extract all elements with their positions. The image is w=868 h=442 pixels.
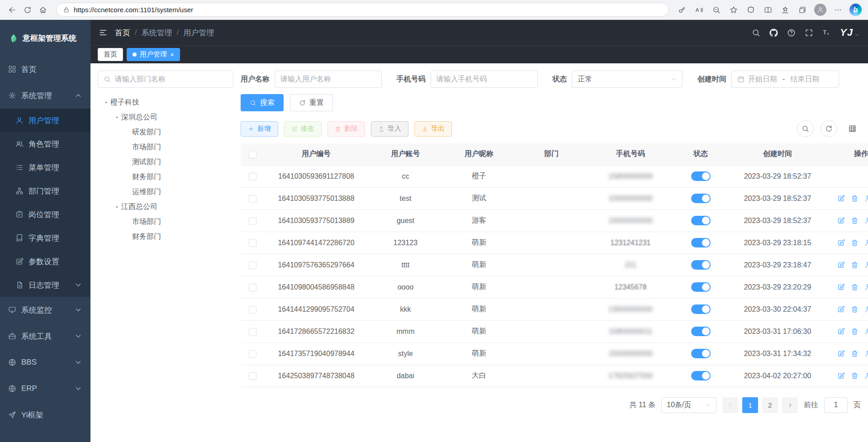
delete-row-icon[interactable] (851, 328, 859, 335)
status-toggle[interactable] (691, 282, 711, 292)
row-checkbox[interactable] (249, 350, 256, 358)
extensions-icon[interactable] (743, 2, 759, 18)
delete-button[interactable]: 删除 (327, 121, 365, 137)
delete-row-icon[interactable] (851, 283, 859, 291)
sidebar-item-日志管理[interactable]: 日志管理 (0, 273, 90, 297)
tree-node-市场部门[interactable]: 市场部门 (98, 140, 233, 155)
tree-node-深圳总公司[interactable]: 深圳总公司 (98, 110, 233, 125)
edit-row-icon[interactable] (837, 239, 845, 247)
search-button[interactable]: 搜索 (241, 94, 284, 111)
tree-node-市场部门[interactable]: 市场部门 (98, 214, 233, 229)
edit-row-icon[interactable] (837, 350, 845, 357)
row-checkbox[interactable] (249, 284, 256, 291)
row-checkbox[interactable] (249, 195, 256, 203)
status-toggle[interactable] (691, 304, 711, 314)
tree-node-财务部门[interactable]: 财务部门 (98, 229, 233, 244)
sidebar-item-Yi框架[interactable]: Yi框架 (0, 402, 90, 428)
status-toggle[interactable] (691, 260, 711, 270)
row-checkbox[interactable] (249, 239, 256, 247)
sidebar-item-系统监控[interactable]: 系统监控 (0, 297, 90, 323)
sidebar-item-首页[interactable]: 首页 (0, 56, 90, 82)
tree-node-橙子科技[interactable]: 橙子科技 (98, 95, 233, 110)
refresh-table-button[interactable] (821, 120, 837, 137)
password-manager-icon[interactable] (674, 2, 690, 18)
sidebar-item-角色管理[interactable]: 角色管理 (0, 132, 90, 156)
import-button[interactable]: 导入 (371, 121, 408, 137)
status-select[interactable]: 正常 (572, 71, 683, 88)
sidebar-item-部门管理[interactable]: 部门管理 (0, 179, 90, 203)
tree-node-运维部门[interactable]: 运维部门 (98, 185, 233, 200)
reset-password-icon[interactable] (864, 305, 868, 313)
edit-row-icon[interactable] (837, 372, 845, 380)
reset-password-icon[interactable] (864, 239, 868, 247)
sidebar-item-系统管理[interactable]: 系统管理 (0, 82, 90, 109)
toggle-search-button[interactable] (797, 120, 814, 137)
reset-password-icon[interactable] (864, 350, 868, 357)
delete-row-icon[interactable] (851, 261, 859, 269)
tree-expand-caret-icon[interactable] (112, 115, 121, 120)
help-icon[interactable] (787, 29, 796, 37)
tree-node-财务部门[interactable]: 财务部门 (98, 170, 233, 185)
tree-node-测试部门[interactable]: 测试部门 (98, 155, 233, 170)
tree-expand-caret-icon[interactable] (101, 100, 110, 105)
font-size-icon[interactable]: TT (822, 29, 831, 37)
sidebar-item-岗位管理[interactable]: 岗位管理 (0, 203, 90, 226)
edit-row-icon[interactable] (837, 305, 845, 313)
header-search-icon[interactable] (752, 29, 760, 37)
address-bar[interactable]: https://ccnetcore.com:1101/system/user (56, 3, 669, 17)
row-checkbox[interactable] (249, 173, 256, 181)
next-page-button[interactable] (782, 397, 798, 413)
reset-password-icon[interactable] (864, 328, 868, 335)
reset-password-icon[interactable] (864, 261, 868, 269)
sidebar-item-ERP[interactable]: ERP (0, 375, 90, 402)
tag-首页[interactable]: 首页 (98, 48, 123, 61)
tag-用户管理[interactable]: 用户管理× (127, 48, 180, 61)
department-search-input[interactable] (115, 75, 228, 83)
sidebar-item-BBS[interactable]: BBS (0, 349, 90, 375)
row-checkbox[interactable] (249, 372, 256, 380)
username-input[interactable] (280, 75, 376, 83)
sidebar-item-系统工具[interactable]: 系统工具 (0, 323, 90, 349)
goto-page-input[interactable] (824, 397, 848, 413)
page-button-2[interactable]: 2 (762, 397, 778, 413)
delete-row-icon[interactable] (851, 239, 859, 247)
select-all-checkbox[interactable] (249, 151, 256, 158)
edit-button[interactable]: 修改 (284, 121, 322, 137)
delete-row-icon[interactable] (851, 350, 859, 357)
split-screen-icon[interactable] (760, 2, 776, 18)
prev-page-button[interactable] (722, 397, 738, 413)
tree-node-研发部门[interactable]: 研发部门 (98, 125, 233, 140)
reset-password-icon[interactable] (864, 372, 868, 380)
status-toggle[interactable] (691, 194, 711, 203)
sidebar-item-参数设置[interactable]: 参数设置 (0, 250, 90, 273)
status-toggle[interactable] (691, 327, 711, 336)
page-size-select[interactable]: 10条/页 (661, 397, 716, 413)
favorite-this-page-icon[interactable] (726, 2, 741, 18)
collections-icon[interactable] (795, 2, 810, 18)
browser-settings-menu-icon[interactable] (830, 2, 846, 18)
delete-row-icon[interactable] (851, 217, 859, 224)
edit-row-icon[interactable] (837, 328, 845, 335)
browser-home-icon[interactable] (35, 2, 51, 18)
row-checkbox[interactable] (249, 217, 256, 225)
sidebar-item-字典管理[interactable]: 字典管理 (0, 226, 90, 250)
app-logo[interactable]: 意框架管理系统 (0, 20, 90, 56)
edit-row-icon[interactable] (837, 283, 845, 291)
github-icon[interactable] (769, 29, 778, 37)
status-toggle[interactable] (691, 216, 711, 225)
status-toggle[interactable] (691, 238, 711, 247)
browser-back-icon[interactable] (5, 2, 20, 18)
date-range-picker[interactable]: 开始日期 - 结束日期 (731, 71, 839, 88)
browser-profile-avatar[interactable] (814, 4, 826, 16)
tree-node-江西总公司[interactable]: 江西总公司 (98, 200, 233, 214)
row-checkbox[interactable] (249, 328, 256, 336)
sidebar-item-菜单管理[interactable]: 菜单管理 (0, 156, 90, 179)
edit-row-icon[interactable] (837, 217, 845, 224)
column-settings-button[interactable] (844, 120, 861, 137)
reset-button[interactable]: 重置 (290, 94, 333, 111)
user-avatar-menu[interactable]: YJ (840, 27, 860, 38)
reset-password-icon[interactable] (864, 283, 868, 291)
reset-password-icon[interactable] (864, 217, 868, 224)
status-toggle[interactable] (691, 171, 711, 181)
delete-row-icon[interactable] (851, 372, 859, 380)
